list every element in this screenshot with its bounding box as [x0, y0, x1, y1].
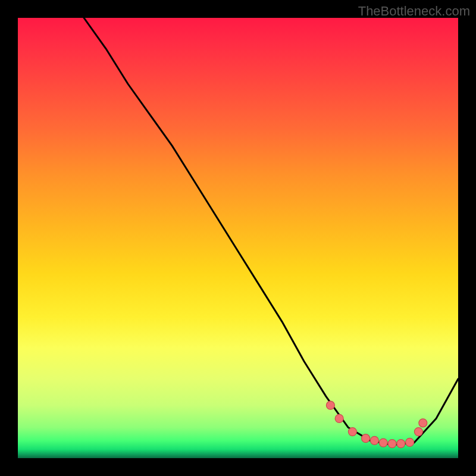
data-point [362, 434, 370, 443]
bottleneck-curve [84, 18, 458, 445]
data-point [414, 428, 422, 436]
data-point [406, 438, 414, 446]
data-point [335, 414, 343, 422]
data-point [397, 440, 405, 448]
watermark-text: TheBottleneck.com [358, 4, 470, 19]
data-point [379, 439, 387, 447]
data-point [348, 428, 356, 436]
data-point [326, 401, 334, 409]
chart-svg [18, 18, 458, 458]
marker-group [326, 401, 427, 447]
plot-area [18, 18, 458, 458]
data-point [419, 419, 427, 427]
data-point [388, 440, 396, 448]
data-point [370, 436, 378, 444]
